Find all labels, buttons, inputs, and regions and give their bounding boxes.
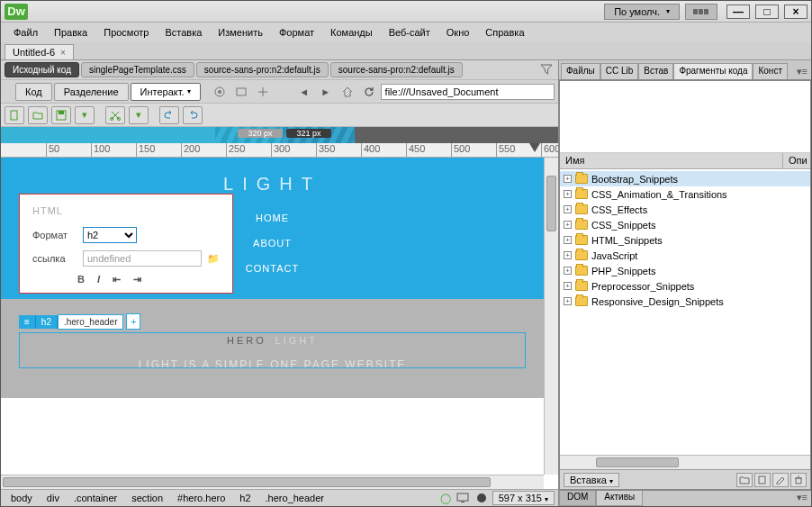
vertical-scrollbar[interactable] bbox=[544, 158, 558, 475]
element-selector[interactable]: ≡ h2 .hero_header + bbox=[19, 312, 140, 330]
format-select[interactable]: h2 bbox=[83, 227, 137, 243]
selector-class[interactable]: .hero_header bbox=[58, 314, 124, 330]
breadcrumb-item[interactable]: body bbox=[5, 491, 39, 505]
breadcrumb-item[interactable]: section bbox=[125, 491, 169, 505]
breadcrumb-item[interactable]: .container bbox=[68, 491, 123, 505]
panel-horizontal-scrollbar[interactable] bbox=[560, 455, 810, 469]
filter-icon[interactable] bbox=[540, 63, 555, 77]
maximize-button[interactable]: □ bbox=[755, 5, 779, 19]
edit-snippet-icon[interactable] bbox=[772, 473, 789, 487]
browse-folder-icon[interactable]: 📁 bbox=[207, 253, 220, 265]
panel-menu-icon[interactable]: ▾≡ bbox=[793, 491, 811, 506]
tree-folder[interactable]: +Bootstrap_Snippets bbox=[560, 171, 810, 186]
window-size-readout[interactable]: 597 x 315 bbox=[492, 491, 555, 505]
folder-icon bbox=[575, 281, 588, 291]
tree-folder[interactable]: +HTML_Snippets bbox=[560, 232, 810, 248]
menu-modify[interactable]: Изменить bbox=[211, 25, 270, 40]
workspace-switcher[interactable]: По умолч. bbox=[604, 4, 680, 20]
view-live-button[interactable]: Интеракт. bbox=[131, 83, 201, 101]
menu-edit[interactable]: Правка bbox=[47, 25, 95, 40]
copy-icon[interactable]: ▾ bbox=[129, 106, 149, 124]
preview-icon[interactable] bbox=[210, 83, 230, 101]
menu-site[interactable]: Веб-сайт bbox=[382, 25, 438, 40]
tree-folder[interactable]: +Responsive_Design_Snippets bbox=[560, 294, 810, 309]
panel-tab-assets[interactable]: Активы bbox=[596, 491, 643, 506]
new-file-icon[interactable] bbox=[5, 106, 24, 124]
related-file[interactable]: source-sans-pro:n2:default.js bbox=[196, 62, 329, 77]
breadcrumb-item[interactable]: h2 bbox=[233, 491, 257, 505]
snippets-tree[interactable]: +Bootstrap_Snippets +CSS_Animation_&_Tra… bbox=[560, 169, 810, 455]
reload-icon[interactable] bbox=[359, 83, 379, 101]
panel-tab-files[interactable]: Файлы bbox=[561, 63, 600, 79]
tree-folder[interactable]: +JavaScript bbox=[560, 248, 810, 263]
error-status-icon[interactable]: ◯ bbox=[440, 493, 451, 504]
document-tab[interactable]: Untitled-6 × bbox=[5, 44, 74, 59]
panel-menu-icon[interactable]: ▾≡ bbox=[793, 64, 811, 79]
breakpoint-bar[interactable]: 320 px 321 px bbox=[1, 127, 558, 143]
sync-settings-button[interactable] bbox=[685, 4, 717, 20]
file-mgmt-icon[interactable] bbox=[231, 83, 251, 101]
menu-help[interactable]: Справка bbox=[478, 25, 531, 40]
address-bar[interactable]: file:///Unsaved_Document bbox=[381, 84, 555, 100]
column-desc[interactable]: Опи bbox=[783, 153, 810, 168]
window-size-icon[interactable] bbox=[476, 493, 487, 503]
menu-view[interactable]: Просмотр bbox=[96, 25, 156, 40]
save-icon[interactable] bbox=[51, 106, 71, 124]
menubar: Файл Правка Просмотр Вставка Изменить Фо… bbox=[1, 23, 811, 42]
breadcrumb-item[interactable]: #hero.hero bbox=[171, 491, 231, 505]
outdent-button[interactable]: ⇥ bbox=[133, 274, 141, 285]
panel-tab-dom[interactable]: DOM bbox=[559, 491, 596, 506]
menu-file[interactable]: Файл bbox=[6, 25, 45, 40]
view-code-button[interactable]: Код bbox=[15, 83, 52, 101]
selector-tag[interactable]: h2 bbox=[36, 315, 58, 329]
related-file[interactable]: singlePageTemplate.css bbox=[81, 62, 194, 77]
link-input[interactable] bbox=[83, 250, 202, 267]
panel-tab-cclib[interactable]: CC Lib bbox=[600, 63, 639, 79]
menu-format[interactable]: Формат bbox=[272, 25, 321, 40]
design-canvas[interactable]: LIGHT HOME ABOUT CONTACT HERO LIGHT LIGH… bbox=[1, 158, 544, 475]
nav-forward-icon[interactable]: ► bbox=[316, 83, 336, 101]
redo-icon[interactable] bbox=[183, 106, 203, 124]
breadcrumb-item[interactable]: .hero_header bbox=[259, 491, 330, 505]
column-name[interactable]: Имя bbox=[560, 153, 783, 168]
insert-snippet-button[interactable]: Вставка bbox=[564, 473, 619, 487]
home-icon[interactable] bbox=[338, 83, 357, 101]
tree-folder[interactable]: +CSS_Snippets bbox=[560, 217, 810, 232]
folder-icon bbox=[575, 296, 588, 306]
tree-folder[interactable]: +Preprocessor_Snippets bbox=[560, 278, 810, 294]
new-folder-icon[interactable] bbox=[736, 473, 753, 487]
indent-button[interactable]: ⇤ bbox=[113, 274, 121, 285]
horizontal-scrollbar[interactable] bbox=[1, 475, 544, 489]
italic-button[interactable]: I bbox=[97, 274, 100, 285]
new-snippet-icon[interactable] bbox=[754, 473, 771, 487]
selector-menu-icon[interactable]: ≡ bbox=[19, 315, 36, 329]
view-split-button[interactable]: Разделение bbox=[54, 83, 129, 101]
ruler[interactable]: 50 100 150 200 250 300 350 400 450 500 5… bbox=[1, 143, 558, 158]
menu-window[interactable]: Окно bbox=[439, 25, 477, 40]
inspect-icon[interactable] bbox=[253, 83, 273, 101]
minimize-button[interactable]: — bbox=[726, 5, 750, 19]
panel-tab-insert[interactable]: Встав bbox=[638, 63, 673, 79]
add-class-button[interactable]: + bbox=[126, 313, 140, 330]
bold-button[interactable]: B bbox=[77, 274, 85, 285]
delete-snippet-icon[interactable] bbox=[790, 473, 807, 487]
save-all-icon[interactable]: ▾ bbox=[75, 106, 95, 124]
nav-back-icon[interactable]: ◄ bbox=[294, 83, 314, 101]
tree-folder[interactable]: +CSS_Effects bbox=[560, 202, 810, 217]
device-preview-icon[interactable] bbox=[456, 493, 471, 503]
panel-tab-construct[interactable]: Конст bbox=[753, 63, 788, 79]
width-marker-icon[interactable] bbox=[529, 143, 540, 152]
close-tab-icon[interactable]: × bbox=[60, 48, 66, 58]
related-file[interactable]: source-sans-pro:n2:default.js bbox=[330, 62, 463, 77]
undo-icon[interactable] bbox=[159, 106, 179, 124]
source-code-pill[interactable]: Исходный код bbox=[5, 62, 79, 77]
close-button[interactable]: × bbox=[784, 5, 807, 19]
tree-folder[interactable]: +PHP_Snippets bbox=[560, 263, 810, 278]
menu-insert[interactable]: Вставка bbox=[158, 25, 209, 40]
cut-icon[interactable] bbox=[105, 106, 125, 124]
panel-tab-snippets[interactable]: Фрагменты кода bbox=[673, 63, 753, 79]
open-file-icon[interactable] bbox=[28, 106, 48, 124]
breadcrumb-item[interactable]: div bbox=[41, 491, 66, 505]
tree-folder[interactable]: +CSS_Animation_&_Transitions bbox=[560, 186, 810, 202]
menu-commands[interactable]: Команды bbox=[323, 25, 380, 40]
